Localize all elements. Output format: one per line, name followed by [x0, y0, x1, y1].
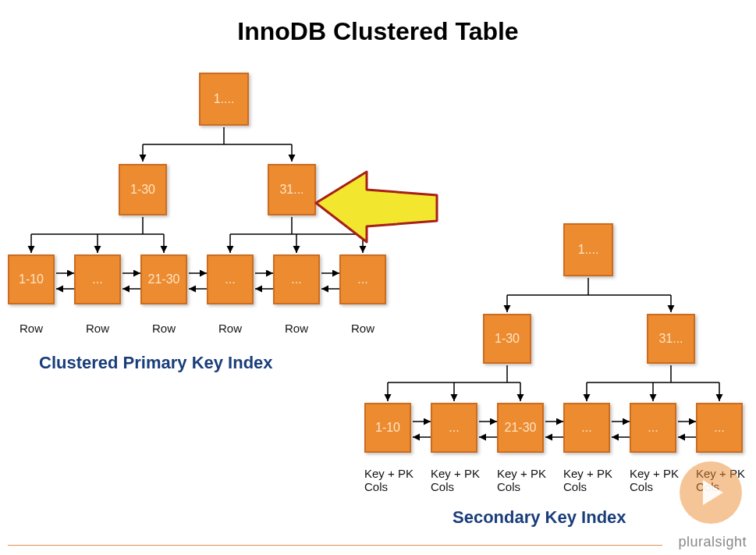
play-icon[interactable] — [680, 461, 742, 524]
primary-leaf-node-1: ... — [74, 254, 121, 304]
primary-leaf-node-3: ... — [207, 254, 254, 304]
divider — [8, 545, 662, 546]
secondary-leaf-node-4: ... — [630, 403, 676, 453]
primary-leaf-label-0: Row — [8, 322, 55, 335]
primary-leaf-label-2: Row — [140, 322, 187, 335]
secondary-leaf-node-1: ... — [431, 403, 477, 453]
secondary-leaf-label-3: Key + PK Cols — [563, 467, 618, 493]
secondary-leaf-label-0: Key + PK Cols — [364, 467, 419, 493]
svg-marker-48 — [316, 172, 437, 242]
primary-leaf-label-4: Row — [273, 322, 320, 335]
primary-leaf-label-1: Row — [74, 322, 121, 335]
secondary-subtitle: Secondary Key Index — [453, 507, 626, 528]
primary-subtitle: Clustered Primary Key Index — [39, 353, 273, 373]
secondary-leaf-label-2: Key + PK Cols — [497, 467, 552, 493]
pointer-arrow-icon — [312, 168, 445, 246]
secondary-root-node: 1.... — [563, 223, 613, 276]
brand-logo: pluralsight — [678, 534, 747, 550]
primary-mid-node-0: 1-30 — [119, 164, 167, 215]
secondary-leaf-node-3: ... — [563, 403, 610, 453]
primary-root-node: 1.... — [199, 73, 249, 126]
secondary-leaf-label-4: Key + PK Cols — [630, 467, 684, 493]
primary-leaf-label-5: Row — [339, 322, 386, 335]
page-title: InnoDB Clustered Table — [0, 0, 756, 46]
primary-mid-node-1: 31... — [268, 164, 316, 215]
primary-leaf-node-5: ... — [339, 254, 386, 304]
secondary-leaf-node-5: ... — [696, 403, 743, 453]
secondary-leaf-label-1: Key + PK Cols — [431, 467, 485, 493]
secondary-leaf-node-0: 1-10 — [364, 403, 411, 453]
primary-leaf-label-3: Row — [207, 322, 254, 335]
primary-leaf-node-2: 21-30 — [140, 254, 187, 304]
secondary-mid-node-0: 1-30 — [483, 314, 531, 364]
primary-leaf-node-4: ... — [273, 254, 320, 304]
primary-leaf-node-0: 1-10 — [8, 254, 55, 304]
secondary-leaf-node-2: 21-30 — [497, 403, 544, 453]
secondary-mid-node-1: 31... — [647, 314, 695, 364]
